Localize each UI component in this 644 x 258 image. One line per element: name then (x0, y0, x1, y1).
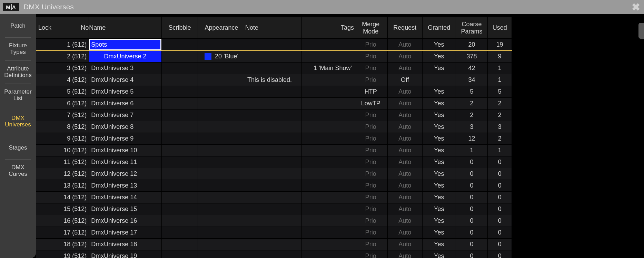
sidebar-item-patch[interactable]: Patch (0, 15, 36, 37)
cell-lock[interactable] (36, 250, 54, 258)
cell-note[interactable] (245, 144, 302, 156)
cell-scribble[interactable] (161, 39, 198, 50)
cell-used[interactable]: 1 (488, 144, 512, 156)
cell-coarse-params[interactable]: 0 (456, 238, 488, 250)
cell-coarse-params[interactable]: 5 (456, 86, 488, 97)
col-header-used[interactable]: Used (488, 17, 512, 39)
table-row[interactable]: 13 (512)DmxUniverse 13PrioAutoYes00 (36, 180, 512, 191)
cell-name[interactable]: DmxUniverse 6 (89, 97, 162, 109)
cell-scribble[interactable] (161, 86, 198, 97)
cell-merge-mode[interactable]: Prio (354, 215, 387, 227)
cell-request[interactable]: Auto (387, 250, 422, 258)
cell-used[interactable]: 0 (488, 238, 512, 250)
cell-no[interactable]: 7 (512) (54, 109, 89, 121)
cell-appearance[interactable] (198, 97, 245, 109)
cell-tags[interactable] (302, 191, 354, 203)
table-row[interactable]: 16 (512)DmxUniverse 16PrioAutoYes00 (36, 215, 512, 227)
cell-no[interactable]: 1 (512) (54, 39, 89, 50)
cell-scribble[interactable] (161, 74, 198, 86)
col-header-scribble[interactable]: Scribble (161, 17, 198, 39)
cell-appearance[interactable] (198, 39, 245, 50)
cell-merge-mode[interactable]: Prio (354, 191, 387, 203)
cell-note[interactable] (245, 227, 302, 238)
cell-granted[interactable]: Yes (422, 62, 456, 74)
cell-tags[interactable] (302, 50, 354, 62)
cell-scribble[interactable] (161, 156, 198, 168)
cell-used[interactable]: 2 (488, 133, 512, 144)
cell-tags[interactable] (302, 144, 354, 156)
cell-tags[interactable] (302, 180, 354, 191)
col-header-request[interactable]: Request (387, 17, 422, 39)
cell-merge-mode[interactable]: Prio (354, 227, 387, 238)
cell-request[interactable]: Off (387, 74, 422, 86)
cell-scribble[interactable] (161, 144, 198, 156)
table-row[interactable]: 15 (512)DmxUniverse 15PrioAutoYes00 (36, 203, 512, 215)
cell-tags[interactable] (302, 86, 354, 97)
cell-appearance[interactable] (198, 191, 245, 203)
cell-lock[interactable] (36, 168, 54, 180)
cell-name[interactable]: DmxUniverse 18 (89, 238, 162, 250)
table-row[interactable]: 11 (512)DmxUniverse 11PrioAutoYes00 (36, 156, 512, 168)
cell-tags[interactable] (302, 109, 354, 121)
cell-coarse-params[interactable]: 0 (456, 203, 488, 215)
cell-coarse-params[interactable]: 0 (456, 215, 488, 227)
col-header-granted[interactable]: Granted (422, 17, 456, 39)
cell-granted[interactable]: Yes (422, 121, 456, 133)
cell-lock[interactable] (36, 97, 54, 109)
cell-note[interactable] (245, 133, 302, 144)
side-handle[interactable] (638, 23, 644, 39)
cell-granted[interactable]: Yes (422, 203, 456, 215)
cell-request[interactable]: Auto (387, 180, 422, 191)
cell-tags[interactable] (302, 203, 354, 215)
cell-merge-mode[interactable]: Prio (354, 50, 387, 62)
cell-note[interactable] (245, 180, 302, 191)
cell-request[interactable]: Auto (387, 121, 422, 133)
table-row[interactable]: 17 (512)DmxUniverse 17PrioAutoYes00 (36, 227, 512, 238)
cell-no[interactable]: 10 (512) (54, 144, 89, 156)
cell-tags[interactable] (302, 238, 354, 250)
cell-appearance[interactable]: 20 'Blue' (198, 50, 245, 62)
cell-granted[interactable]: Yes (422, 97, 456, 109)
cell-used[interactable]: 0 (488, 215, 512, 227)
cell-used[interactable]: 0 (488, 191, 512, 203)
table-row[interactable]: 10 (512)DmxUniverse 10PrioAutoYes11 (36, 144, 512, 156)
cell-coarse-params[interactable]: 2 (456, 97, 488, 109)
table-row[interactable]: 6 (512)DmxUniverse 6LowTPAutoYes22 (36, 97, 512, 109)
cell-appearance[interactable] (198, 144, 245, 156)
cell-request[interactable]: Auto (387, 168, 422, 180)
cell-lock[interactable] (36, 109, 54, 121)
cell-lock[interactable] (36, 203, 54, 215)
cell-tags[interactable] (302, 39, 354, 50)
cell-scribble[interactable] (161, 168, 198, 180)
cell-granted[interactable] (422, 74, 456, 86)
col-header-tags[interactable]: Tags (302, 17, 354, 39)
cell-request[interactable]: Auto (387, 86, 422, 97)
table-row[interactable]: 4 (512)DmxUniverse 4This is disabled.Pri… (36, 74, 512, 86)
cell-used[interactable]: 0 (488, 227, 512, 238)
cell-merge-mode[interactable]: Prio (354, 144, 387, 156)
cell-scribble[interactable] (161, 97, 198, 109)
cell-name[interactable]: DmxUniverse 17 (89, 227, 162, 238)
sidebar-item-dmx-universes[interactable]: DMXUniverses (0, 110, 36, 133)
cell-appearance[interactable] (198, 180, 245, 191)
table-row[interactable]: 5 (512)DmxUniverse 5HTPAutoYes55 (36, 86, 512, 97)
cell-used[interactable]: 2 (488, 97, 512, 109)
cell-granted[interactable]: Yes (422, 50, 456, 62)
cell-scribble[interactable] (161, 191, 198, 203)
cell-no[interactable]: 2 (512) (54, 50, 89, 62)
cell-used[interactable]: 0 (488, 180, 512, 191)
table-row[interactable]: 8 (512)DmxUniverse 8PrioAutoYes33 (36, 121, 512, 133)
cell-name[interactable]: DmxUniverse 3 (89, 62, 162, 74)
cell-name[interactable]: DmxUniverse 19 (89, 250, 162, 258)
cell-coarse-params[interactable]: 0 (456, 191, 488, 203)
cell-tags[interactable] (302, 74, 354, 86)
col-header-lock[interactable]: Lock (36, 17, 54, 39)
cell-no[interactable]: 14 (512) (54, 191, 89, 203)
cell-scribble[interactable] (161, 133, 198, 144)
cell-tags[interactable] (302, 168, 354, 180)
cell-coarse-params[interactable]: 1 (456, 144, 488, 156)
sidebar-item-attribute-definitions[interactable]: AttributeDefinitions (0, 61, 36, 84)
cell-coarse-params[interactable]: 20 (456, 39, 488, 50)
cell-name[interactable]: DmxUniverse 4 (89, 74, 162, 86)
cell-note[interactable] (245, 50, 302, 62)
